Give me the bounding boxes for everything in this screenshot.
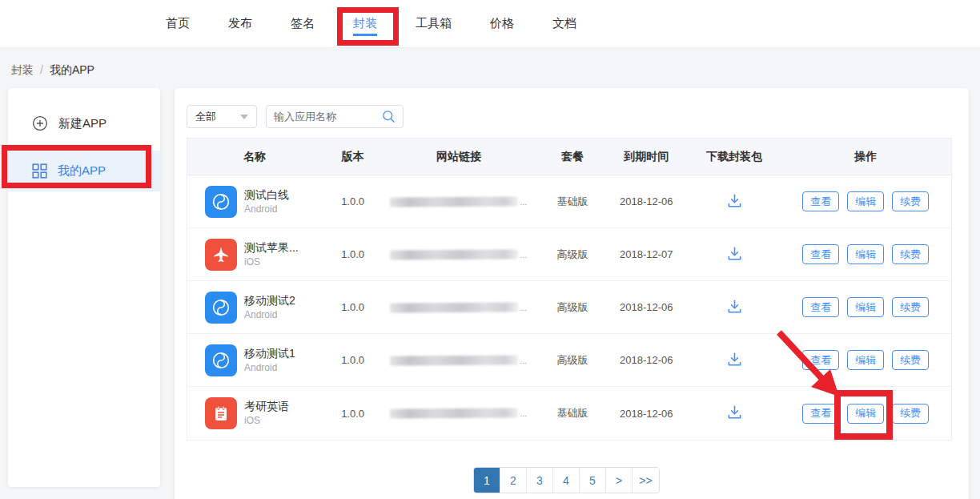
airplane-icon <box>205 239 237 271</box>
sidebar-item-new-app[interactable]: 新建APP <box>8 106 160 141</box>
website-link: ... <box>377 408 541 418</box>
view-button[interactable]: 查看 <box>802 404 839 424</box>
app-name: 测试白线 <box>244 187 289 203</box>
view-button[interactable]: 查看 <box>802 350 839 370</box>
edit-button[interactable]: 编辑 <box>847 404 884 424</box>
app-name: 考研英语 <box>244 399 289 414</box>
sidebar-item-my-app[interactable]: 我的APP <box>8 151 160 191</box>
renew-button[interactable]: 续费 <box>892 297 929 317</box>
nav-tab-item[interactable]: 文档 <box>552 13 576 36</box>
type-filter-select[interactable]: 全部 <box>187 105 257 128</box>
download-package-icon[interactable] <box>726 298 743 315</box>
download-package-icon[interactable] <box>726 245 743 262</box>
edit-button[interactable]: 编辑 <box>847 297 884 317</box>
search-box <box>266 105 404 128</box>
app-version: 1.0.0 <box>329 195 377 207</box>
website-link: ... <box>377 356 541 365</box>
table-row: 考研英语 iOS 1.0.0 ... 基础版 2018-12-06 查看编辑续费 <box>187 387 951 440</box>
grid-icon <box>32 163 47 179</box>
plan-badge: 高级版 <box>540 353 604 368</box>
renew-button[interactable]: 续费 <box>892 244 929 264</box>
column-header: 操作 <box>780 150 951 164</box>
download-package-icon[interactable] <box>726 192 743 209</box>
search-input[interactable] <box>274 111 370 123</box>
table-header-row: 名称版本网站链接套餐到期时间下载封装包操作 <box>187 139 951 175</box>
plus-circle-icon <box>32 115 48 131</box>
plan-badge: 基础版 <box>540 195 604 209</box>
page-button-2[interactable]: 2 <box>500 468 527 493</box>
app-name: 测试苹果... <box>244 240 299 256</box>
next-page-button[interactable]: > <box>606 468 633 493</box>
app-platform: Android <box>244 361 295 374</box>
column-header: 网站链接 <box>377 150 541 164</box>
table-row: 移动测试1 Android 1.0.0 ... 高级版 2018-12-06 查… <box>187 334 951 387</box>
filter-bar: 全部 <box>187 105 404 128</box>
s-browser-icon <box>205 186 237 218</box>
breadcrumb-section[interactable]: 封装 <box>11 63 34 76</box>
nav-tab-item[interactable]: 价格 <box>490 13 514 36</box>
renew-button[interactable]: 续费 <box>892 350 929 370</box>
breadcrumb-separator: / <box>40 63 43 76</box>
expiry-date: 2018-12-07 <box>604 248 689 260</box>
table-row: 测试白线 Android 1.0.0 ... 基础版 2018-12-06 查看… <box>187 175 951 228</box>
expiry-date: 2018-12-06 <box>604 408 689 420</box>
page-button-4[interactable]: 4 <box>553 468 580 493</box>
search-icon[interactable] <box>382 110 396 123</box>
website-link: ... <box>377 250 541 260</box>
top-navigation-bar: 首页 发布 签名 封装 工具箱 价格 文档 <box>0 0 980 48</box>
column-header: 下载封装包 <box>689 150 781 164</box>
app-version: 1.0.0 <box>329 408 377 420</box>
download-package-icon[interactable] <box>726 404 743 421</box>
nav-tab-item[interactable]: 工具箱 <box>416 13 452 36</box>
app-platform: iOS <box>244 414 289 427</box>
nav-tab-active[interactable]: 封装 <box>353 13 377 36</box>
app-version: 1.0.0 <box>329 248 377 260</box>
renew-button[interactable]: 续费 <box>892 191 929 211</box>
nav-tab-item[interactable]: 签名 <box>291 13 315 36</box>
sidebar: 新建APP 我的APP <box>8 88 160 487</box>
app-platform: Android <box>244 203 289 215</box>
download-package-icon[interactable] <box>726 351 743 368</box>
nav-tab-item[interactable]: 发布 <box>228 13 252 36</box>
page-button-3[interactable]: 3 <box>527 468 553 493</box>
renew-button[interactable]: 续费 <box>892 404 929 424</box>
website-link: ... <box>377 303 541 312</box>
expiry-date: 2018-12-06 <box>604 301 689 313</box>
redacted-link <box>390 249 518 260</box>
app-platform: Android <box>244 308 295 321</box>
redacted-link <box>390 355 518 365</box>
last-page-button[interactable]: >> <box>633 468 659 493</box>
column-header: 到期时间 <box>604 150 689 164</box>
table-row: 测试苹果... iOS 1.0.0 ... 高级版 2018-12-07 查看编… <box>187 228 951 281</box>
main-nav: 首页 发布 签名 封装 工具箱 价格 文档 <box>0 0 980 48</box>
column-header: 名称 <box>187 150 329 164</box>
page-button-5[interactable]: 5 <box>580 468 606 493</box>
chevron-down-icon <box>240 115 248 119</box>
expiry-date: 2018-12-06 <box>604 354 689 366</box>
expiry-date: 2018-12-06 <box>604 195 689 207</box>
column-header: 套餐 <box>540 150 604 164</box>
plan-badge: 基础版 <box>540 406 604 421</box>
s-browser-icon <box>205 344 237 376</box>
sidebar-item-label: 我的APP <box>58 163 106 179</box>
nav-tab-item[interactable]: 首页 <box>166 13 190 36</box>
main-panel: 全部 名称版本网站链接套餐到期时间下载封装包操作 测试白线 Android 1.… <box>175 88 969 499</box>
view-button[interactable]: 查看 <box>802 297 839 317</box>
pagination: 12345>>> <box>473 467 660 493</box>
view-button[interactable]: 查看 <box>802 244 839 264</box>
plan-badge: 高级版 <box>540 247 604 262</box>
plan-badge: 高级版 <box>540 300 604 315</box>
app-table: 名称版本网站链接套餐到期时间下载封装包操作 测试白线 Android 1.0.0… <box>187 138 952 441</box>
edit-button[interactable]: 编辑 <box>847 350 884 370</box>
view-button[interactable]: 查看 <box>802 191 839 211</box>
edit-button[interactable]: 编辑 <box>847 191 884 211</box>
sidebar-item-label: 新建APP <box>58 116 106 131</box>
redacted-link <box>390 196 518 207</box>
edit-button[interactable]: 编辑 <box>847 244 884 264</box>
s-browser-icon <box>205 292 237 324</box>
website-link: ... <box>377 197 541 207</box>
app-platform: iOS <box>244 256 299 268</box>
app-version: 1.0.0 <box>329 354 377 366</box>
type-filter-value: 全部 <box>195 110 216 124</box>
page-button-1[interactable]: 1 <box>474 468 500 493</box>
